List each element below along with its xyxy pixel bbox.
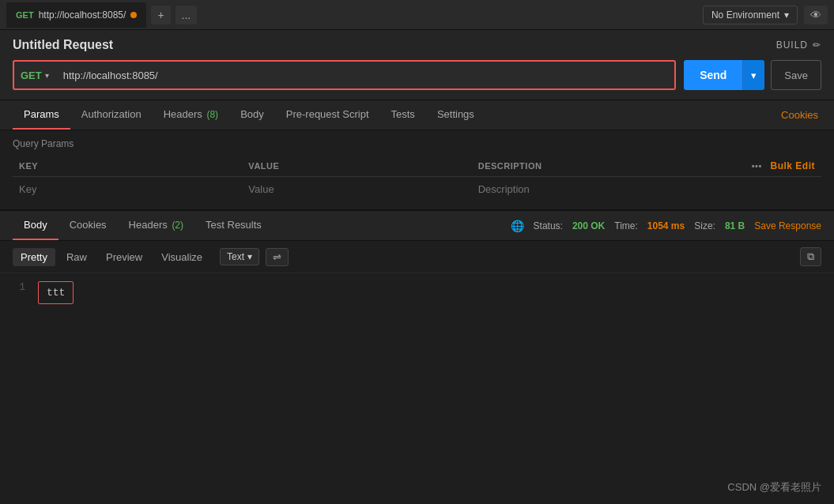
response-tab-headers[interactable]: Headers (2) — [118, 211, 194, 240]
code-value: ttt — [38, 281, 74, 304]
word-wrap-button[interactable]: ⇌ — [266, 248, 289, 266]
desc-input[interactable] — [478, 183, 695, 195]
tab-tests[interactable]: Tests — [380, 100, 426, 130]
env-arrow-icon: ▾ — [784, 9, 789, 21]
tab-body-label: Body — [240, 108, 264, 120]
url-bar: GET ▾ Send ▾ Save — [13, 60, 821, 90]
tab-settings-label: Settings — [437, 108, 474, 120]
status-label: Status: — [534, 220, 563, 231]
edit-icon: ✏ — [813, 39, 821, 51]
desc-cell[interactable] — [472, 177, 701, 202]
request-tab[interactable]: GET http://localhost:8085/ — [6, 2, 146, 28]
tab-headers-badge: (8) — [206, 109, 218, 120]
response-tab-cookies[interactable]: Cookies — [58, 211, 118, 240]
response-tab-body-label: Body — [24, 219, 47, 231]
env-label: No Environment — [711, 9, 779, 21]
text-type-selector[interactable]: Text ▾ — [220, 248, 259, 265]
top-bar-right: No Environment ▾ 👁 — [703, 6, 828, 24]
time-value: 1054 ms — [647, 220, 685, 231]
row-actions — [701, 177, 821, 202]
size-value: 81 B — [725, 220, 745, 231]
text-type-label: Text — [227, 251, 244, 262]
text-type-arrow-icon: ▾ — [247, 251, 252, 262]
tab-url-label: http://localhost:8085/ — [39, 9, 126, 21]
format-tab-pretty[interactable]: Pretty — [13, 248, 55, 266]
table-row — [13, 177, 821, 202]
save-response-link[interactable]: Save Response — [754, 220, 821, 231]
tab-params[interactable]: Params — [13, 100, 70, 130]
request-title: Untitled Request — [13, 38, 113, 52]
tab-headers[interactable]: Headers (8) — [153, 100, 229, 130]
tab-method-label: GET — [16, 10, 34, 20]
method-selector[interactable]: GET ▾ — [13, 60, 55, 90]
response-tab-test-results[interactable]: Test Results — [194, 211, 273, 240]
format-tab-raw[interactable]: Raw — [58, 248, 95, 266]
send-arrow-icon: ▾ — [751, 70, 757, 81]
size-label: Size: — [694, 220, 715, 231]
params-tabs: Params Authorization Headers (8) Body Pr… — [0, 100, 834, 130]
watermark: CSDN @爱看老照片 — [727, 480, 821, 495]
eye-button[interactable]: 👁 — [804, 6, 828, 24]
save-button[interactable]: Save — [771, 60, 821, 90]
copy-icon: ⧉ — [807, 250, 814, 262]
response-tab-test-label: Test Results — [206, 219, 262, 231]
response-tab-cookies-label: Cookies — [70, 219, 107, 231]
bulk-edit-link[interactable]: Bulk Edit — [770, 160, 815, 171]
query-params-section: Query Params KEY VALUE DESCRIPTION ••• B… — [0, 130, 834, 209]
tab-pre-request-label: Pre-request Script — [286, 108, 369, 120]
request-title-bar: Untitled Request BUILD ✏ — [13, 38, 821, 52]
method-arrow-icon: ▾ — [45, 71, 49, 80]
col-actions: ••• Bulk Edit — [701, 156, 821, 177]
new-tab-button[interactable]: + — [151, 6, 170, 24]
code-line: 1 ttt — [13, 281, 821, 304]
key-input[interactable] — [19, 183, 236, 195]
params-table: KEY VALUE DESCRIPTION ••• Bulk Edit — [13, 156, 821, 201]
send-button[interactable]: Send — [684, 60, 742, 90]
tab-authorization-label: Authorization — [81, 108, 142, 120]
tab-body[interactable]: Body — [229, 100, 275, 130]
time-label: Time: — [614, 220, 638, 231]
method-label: GET — [21, 70, 42, 81]
col-value: VALUE — [242, 156, 471, 177]
params-more-button[interactable]: ••• — [752, 161, 762, 171]
wrap-icon: ⇌ — [273, 251, 281, 263]
tab-settings[interactable]: Settings — [426, 100, 485, 130]
response-tab-headers-badge: (2) — [172, 220, 183, 231]
response-status-bar: 🌐 Status: 200 OK Time: 1054 ms Size: 81 … — [511, 220, 821, 232]
url-input[interactable] — [63, 70, 666, 81]
request-section: Untitled Request BUILD ✏ GET ▾ Send ▾ Sa… — [0, 30, 834, 100]
value-cell[interactable] — [242, 177, 471, 202]
format-tab-visualize[interactable]: Visualize — [153, 248, 210, 266]
tab-unsaved-dot — [130, 12, 137, 18]
url-input-wrap — [55, 60, 676, 90]
response-body-area: Pretty Raw Preview Visualize Text ▾ ⇌ ⧉ — [0, 241, 834, 312]
globe-icon: 🌐 — [511, 220, 524, 232]
col-key: KEY — [13, 156, 242, 177]
response-section: Body Cookies Headers (2) Test Results 🌐 … — [0, 209, 834, 312]
build-button[interactable]: BUILD ✏ — [776, 39, 821, 51]
value-input[interactable] — [248, 183, 465, 195]
top-bar: GET http://localhost:8085/ + ... No Envi… — [0, 0, 834, 30]
environment-selector[interactable]: No Environment ▾ — [703, 6, 798, 24]
tab-authorization[interactable]: Authorization — [70, 100, 153, 130]
tab-pre-request-script[interactable]: Pre-request Script — [275, 100, 380, 130]
response-tab-body[interactable]: Body — [13, 211, 58, 240]
more-tabs-button[interactable]: ... — [175, 6, 198, 24]
format-tab-preview[interactable]: Preview — [98, 248, 150, 266]
response-tabs-bar: Body Cookies Headers (2) Test Results 🌐 … — [0, 211, 834, 241]
line-number: 1 — [13, 281, 25, 293]
col-description: DESCRIPTION — [472, 156, 701, 177]
tab-tests-label: Tests — [391, 108, 415, 120]
copy-response-button[interactable]: ⧉ — [800, 247, 821, 266]
status-value: 200 OK — [572, 220, 605, 231]
send-dropdown-button[interactable]: ▾ — [742, 60, 764, 90]
response-format-bar: Pretty Raw Preview Visualize Text ▾ ⇌ ⧉ — [0, 241, 834, 273]
response-content: 1 ttt — [0, 273, 834, 312]
response-tab-headers-label: Headers — [129, 219, 168, 231]
cookies-link[interactable]: Cookies — [778, 101, 821, 129]
tab-params-label: Params — [24, 108, 59, 120]
query-params-label: Query Params — [13, 138, 821, 149]
tab-headers-label: Headers — [164, 108, 202, 120]
key-cell[interactable] — [13, 177, 242, 202]
send-wrap: Send ▾ — [684, 60, 764, 90]
